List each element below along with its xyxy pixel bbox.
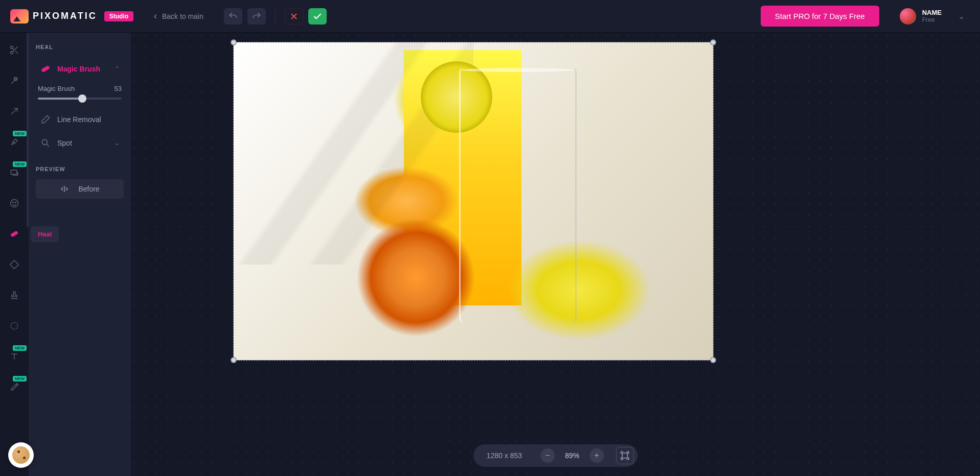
image-frame[interactable]: [233, 42, 714, 361]
slider-fill: [38, 98, 82, 100]
slider-track[interactable]: [38, 98, 122, 100]
shape-tool[interactable]: [6, 256, 22, 273]
brand-name: PIXOMATIC: [33, 11, 97, 21]
user-menu[interactable]: NAME Free ⌄: [900, 8, 970, 25]
chevron-down-icon: ⌄: [958, 11, 965, 21]
canvas-area[interactable]: 1280 x 853 − 89% +: [131, 33, 980, 476]
spot-subtool[interactable]: Spot ⌄: [36, 132, 124, 154]
settings-tool[interactable]: [6, 318, 22, 334]
brush-size-slider: Magic Brush 53: [38, 85, 122, 100]
svg-rect-6: [10, 230, 18, 237]
width-value: 1280: [487, 451, 503, 460]
resize-handle-bl[interactable]: [231, 357, 237, 363]
preview-title: PREVIEW: [36, 166, 124, 172]
cookie-icon: [12, 446, 30, 464]
slider-label: Magic Brush: [38, 85, 75, 92]
divider: [275, 9, 276, 23]
resize-handle-tl[interactable]: [231, 39, 237, 45]
fit-icon: [620, 450, 630, 461]
undo-icon: [228, 11, 238, 21]
eraser-icon: [40, 114, 51, 125]
avatar: [900, 8, 916, 25]
zoom-in-button[interactable]: +: [589, 448, 604, 463]
scrollbar[interactable]: [27, 33, 29, 227]
magic-wand-tool[interactable]: [6, 73, 22, 89]
studio-badge: Studio: [104, 11, 133, 21]
subtool-label: Line Removal: [57, 115, 120, 124]
text-tool[interactable]: NEW: [6, 348, 22, 365]
arrow-tool-icon: [9, 106, 19, 116]
brush-tool[interactable]: NEW: [6, 134, 22, 150]
layers-tool[interactable]: NEW: [6, 164, 22, 181]
user-plan: Free: [922, 16, 942, 23]
subtool-label: Spot: [57, 139, 108, 147]
svg-point-0: [11, 46, 13, 49]
resize-handle-tr[interactable]: [710, 39, 716, 45]
line-removal-subtool[interactable]: Line Removal: [36, 109, 124, 130]
compare-icon: [60, 184, 69, 194]
dropper-icon: [9, 382, 19, 392]
text-icon: [9, 351, 19, 362]
face-tool[interactable]: [6, 195, 22, 211]
svg-point-10: [42, 139, 47, 145]
back-to-main-link[interactable]: ‹ Back to main: [154, 11, 203, 21]
heal-icon: [9, 229, 19, 239]
logo-icon: [10, 9, 29, 23]
cookie-consent-button[interactable]: [8, 442, 34, 468]
new-badge: NEW: [13, 345, 27, 351]
logo[interactable]: PIXOMATIC Studio: [10, 9, 133, 23]
svg-point-8: [11, 322, 17, 329]
before-button[interactable]: Before: [36, 179, 124, 199]
check-icon: [312, 11, 323, 21]
svg-rect-11: [622, 453, 627, 458]
redo-icon: [252, 11, 262, 21]
zoom-out-button[interactable]: −: [540, 448, 555, 463]
cut-tool[interactable]: [6, 42, 22, 58]
arrow-tool[interactable]: [6, 103, 22, 120]
tool-rail: NEW NEW Heal NEW NEW: [0, 33, 29, 476]
chevron-up-icon: ⌃: [115, 65, 120, 73]
chevron-down-icon: ⌄: [115, 139, 120, 147]
cut-icon: [9, 45, 19, 55]
resize-handle-br[interactable]: [710, 357, 716, 363]
heal-tool[interactable]: Heal: [6, 226, 22, 242]
layers-icon: [9, 168, 19, 178]
gear-dashed-icon: [9, 321, 19, 331]
user-name: NAME: [922, 9, 942, 17]
side-panel: HEAL Magic Brush ⌃ Magic Brush 53 Line R…: [29, 33, 131, 476]
new-badge: NEW: [13, 376, 27, 382]
svg-point-4: [13, 202, 14, 203]
cancel-button[interactable]: [285, 8, 303, 25]
undo-button[interactable]: [224, 8, 242, 25]
slider-value: 53: [115, 85, 122, 92]
height-value: 853: [510, 451, 522, 460]
image-content: [234, 42, 713, 360]
dimensions: 1280 x 853: [477, 451, 531, 460]
before-label: Before: [78, 185, 99, 193]
svg-rect-9: [41, 65, 50, 73]
face-icon: [9, 198, 19, 208]
zoom-controls: − 89% +: [540, 448, 604, 463]
apply-button[interactable]: [308, 8, 327, 25]
stamp-tool[interactable]: [6, 287, 22, 303]
svg-point-3: [11, 200, 18, 207]
brush-icon: [9, 137, 19, 147]
new-badge: NEW: [13, 161, 27, 167]
slider-thumb[interactable]: [78, 94, 86, 103]
shape-icon: [9, 259, 19, 270]
svg-point-5: [15, 202, 16, 203]
start-pro-button[interactable]: Start PRO for 7 Days Free: [761, 6, 879, 27]
subtool-label: Magic Brush: [57, 65, 108, 73]
panel-title: HEAL: [36, 44, 124, 50]
magic-brush-subtool[interactable]: Magic Brush ⌃: [36, 58, 124, 80]
dropper-tool[interactable]: NEW: [6, 379, 22, 395]
redo-button[interactable]: [247, 8, 266, 25]
history-buttons: [224, 8, 327, 25]
main: NEW NEW Heal NEW NEW HEAL Magic Brush ⌃ …: [0, 33, 980, 476]
fit-screen-button[interactable]: [616, 447, 633, 464]
spot-icon: [40, 137, 51, 149]
tool-tooltip: Heal: [31, 226, 59, 242]
new-badge: NEW: [13, 131, 27, 136]
svg-rect-7: [10, 260, 18, 269]
stamp-icon: [9, 290, 19, 300]
